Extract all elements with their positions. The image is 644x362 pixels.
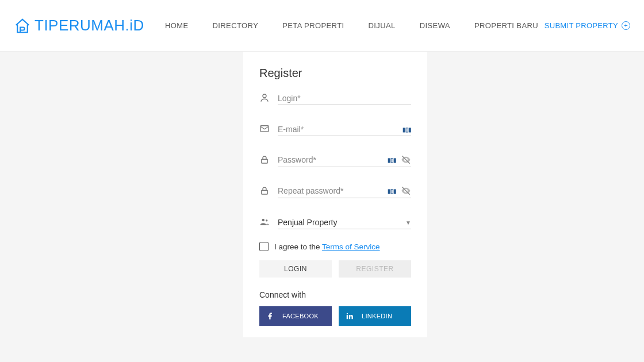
terms-link[interactable]: Terms of Service [322, 242, 380, 251]
nav-directory[interactable]: DIRECTORY [213, 21, 259, 30]
chevron-down-icon: ▼ [405, 219, 411, 226]
visibility-off-icon[interactable] [401, 186, 411, 196]
nav-peta-properti[interactable]: PETA PROPERTI [282, 21, 344, 30]
repeat-password-input[interactable] [278, 186, 388, 195]
submit-property-label: SUBMIT PROPERTY [545, 21, 618, 30]
lock-icon [259, 186, 270, 198]
linkedin-button[interactable]: LINKEDIN [339, 306, 411, 326]
svg-rect-4 [262, 190, 268, 194]
email-field-row: ▮▯▮ [259, 124, 411, 136]
login-button[interactable]: LOGIN [259, 260, 332, 278]
button-row: LOGIN REGISTER [259, 260, 411, 278]
page-body: Register ▮▯▮ [0, 52, 644, 337]
svg-point-6 [262, 219, 265, 222]
nav-home[interactable]: HOME [165, 21, 189, 30]
card-title: Register [259, 67, 411, 80]
nav-properti-baru[interactable]: PROPERTI BARU [474, 21, 538, 30]
svg-rect-8 [347, 315, 348, 319]
terms-text: I agree to the Terms of Service [274, 242, 380, 251]
header: TIPERUMAH.iD HOME DIRECTORY PETA PROPERT… [0, 0, 644, 52]
svg-point-0 [263, 94, 266, 98]
facebook-button[interactable]: FACEBOOK [259, 306, 332, 326]
svg-point-9 [347, 313, 348, 314]
autofill-icon[interactable]: ▮▯▮ [388, 157, 396, 163]
svg-rect-2 [262, 159, 268, 163]
autofill-icon[interactable]: ▮▯▮ [402, 126, 411, 133]
house-icon [14, 17, 31, 34]
mail-icon [259, 124, 270, 136]
autofill-icon[interactable]: ▮▯▮ [388, 188, 396, 194]
nav-dijual[interactable]: DIJUAL [369, 21, 396, 30]
linkedin-label: LINKEDIN [362, 313, 392, 319]
facebook-icon [266, 312, 274, 320]
connect-with-label: Connect with [259, 290, 411, 299]
terms-row: I agree to the Terms of Service [259, 242, 411, 251]
repeat-password-field-row: ▮▯▮ [259, 186, 411, 198]
password-input[interactable] [278, 155, 388, 164]
register-button: REGISTER [339, 260, 411, 278]
people-icon [259, 217, 270, 229]
email-input[interactable] [278, 125, 402, 134]
submit-property-link[interactable]: SUBMIT PROPERTY + [545, 21, 630, 30]
nav-disewa[interactable]: DISEWA [420, 21, 450, 30]
social-row: FACEBOOK LINKEDIN [259, 306, 411, 326]
role-selected-value: Penjual Property [278, 218, 405, 227]
lock-icon [259, 155, 270, 167]
person-icon [259, 93, 270, 105]
login-input[interactable] [278, 94, 411, 103]
brand-name: TIPERUMAH.iD [34, 17, 144, 34]
visibility-off-icon[interactable] [401, 155, 411, 165]
role-select-row: Penjual Property ▼ [259, 217, 411, 229]
svg-point-7 [266, 219, 267, 221]
facebook-label: FACEBOOK [282, 313, 319, 319]
linkedin-icon [346, 312, 354, 320]
login-field-row [259, 93, 411, 105]
register-card: Register ▮▯▮ [243, 52, 427, 337]
plus-circle-icon: + [622, 21, 630, 30]
brand-logo[interactable]: TIPERUMAH.iD [14, 17, 144, 34]
terms-checkbox[interactable] [259, 242, 269, 251]
role-select[interactable]: Penjual Property ▼ [278, 218, 411, 229]
main-nav: HOME DIRECTORY PETA PROPERTI DIJUAL DISE… [165, 21, 545, 30]
password-field-row: ▮▯▮ [259, 155, 411, 167]
